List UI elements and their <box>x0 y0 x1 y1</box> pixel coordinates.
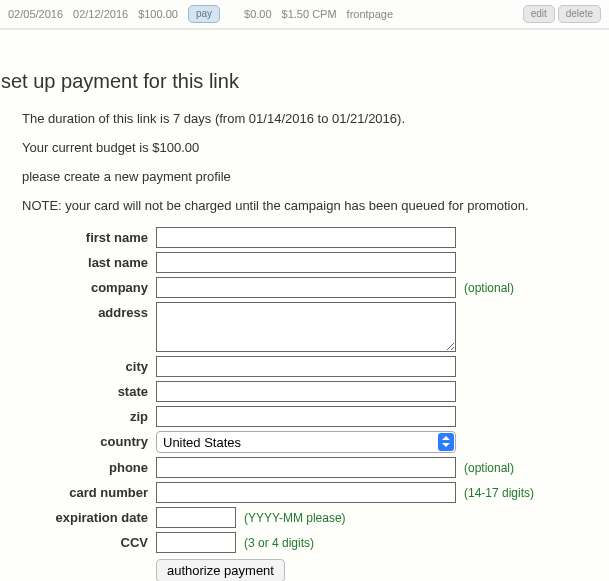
campaign-end-date: 02/12/2016 <box>73 8 128 20</box>
phone-hint: (optional) <box>464 457 514 475</box>
country-select[interactable]: United States <box>156 431 456 453</box>
zip-input[interactable] <box>156 406 456 427</box>
expiration-hint: (YYYY-MM please) <box>244 507 346 525</box>
profile-prompt-text: please create a new payment profile <box>22 169 609 184</box>
pay-button[interactable]: pay <box>188 5 220 23</box>
phone-input[interactable] <box>156 457 456 478</box>
state-label: state <box>22 381 156 399</box>
info-block: The duration of this link is 7 days (fro… <box>0 111 609 581</box>
company-input[interactable] <box>156 277 456 298</box>
card-number-hint: (14-17 digits) <box>464 482 534 500</box>
delete-button[interactable]: delete <box>558 5 601 23</box>
city-label: city <box>22 356 156 374</box>
address-label: address <box>22 302 156 320</box>
expiration-input[interactable] <box>156 507 236 528</box>
budget-text: Your current budget is $100.00 <box>22 140 609 155</box>
city-input[interactable] <box>156 356 456 377</box>
ccv-input[interactable] <box>156 532 236 553</box>
page-title: set up payment for this link <box>1 70 609 93</box>
address-input[interactable] <box>156 302 456 352</box>
campaign-spent: $0.00 <box>244 8 272 20</box>
card-number-label: card number <box>22 482 156 500</box>
campaign-amount: $100.00 <box>138 8 178 20</box>
card-number-input[interactable] <box>156 482 456 503</box>
campaign-start-date: 02/05/2016 <box>8 8 63 20</box>
authorize-payment-button[interactable]: authorize payment <box>156 559 285 581</box>
edit-button[interactable]: edit <box>523 5 555 23</box>
campaign-rate: $1.50 CPM <box>282 8 337 20</box>
last-name-label: last name <box>22 252 156 270</box>
state-input[interactable] <box>156 381 456 402</box>
duration-text: The duration of this link is 7 days (fro… <box>22 111 609 126</box>
company-label: company <box>22 277 156 295</box>
expiration-label: expiration date <box>22 507 156 525</box>
campaign-row: 02/05/2016 02/12/2016 $100.00 pay $0.00 … <box>0 0 609 30</box>
company-hint: (optional) <box>464 277 514 295</box>
phone-label: phone <box>22 457 156 475</box>
note-text: NOTE: your card will not be charged unti… <box>22 198 609 213</box>
campaign-placement: frontpage <box>347 8 393 20</box>
ccv-label: CCV <box>22 532 156 550</box>
country-label: country <box>22 431 156 449</box>
zip-label: zip <box>22 406 156 424</box>
first-name-label: first name <box>22 227 156 245</box>
ccv-hint: (3 or 4 digits) <box>244 532 314 550</box>
first-name-input[interactable] <box>156 227 456 248</box>
payment-form: first name last name company (optional) … <box>22 227 609 581</box>
last-name-input[interactable] <box>156 252 456 273</box>
